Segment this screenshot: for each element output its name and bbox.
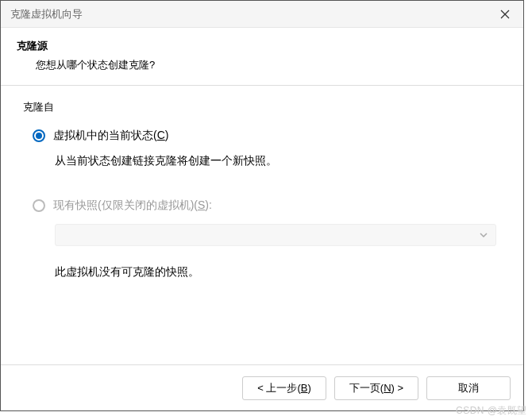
chevron-down-icon <box>480 233 488 237</box>
cancel-button[interactable]: 取消 <box>426 376 511 400</box>
titlebar: 克隆虚拟机向导 <box>1 1 523 28</box>
snapshot-select <box>55 224 496 246</box>
radio-existing-snapshot: 现有快照(仅限关闭的虚拟机)(S): <box>23 198 501 213</box>
back-button[interactable]: < 上一步(B) <box>242 376 326 400</box>
close-button[interactable] <box>487 1 523 28</box>
header-title: 克隆源 <box>17 39 507 53</box>
window-title: 克隆虚拟机向导 <box>10 7 83 21</box>
group-label: 克隆自 <box>23 100 501 114</box>
radio-current-state[interactable]: 虚拟机中的当前状态(C) <box>23 129 501 143</box>
radio-snapshot-label: 现有快照(仅限关闭的虚拟机)(S): <box>53 198 212 213</box>
radio-indicator-selected <box>33 129 45 142</box>
next-button[interactable]: 下一页(N) > <box>334 376 418 400</box>
content-area: 克隆自 虚拟机中的当前状态(C) 从当前状态创建链接克隆将创建一个新快照。 现有… <box>1 86 523 364</box>
watermark: CSDN @袁既望 <box>456 404 527 418</box>
snapshot-hint: 此虚拟机没有可克隆的快照。 <box>23 265 501 279</box>
footer: < 上一步(B) 下一页(N) > 取消 <box>1 364 523 410</box>
header-subtitle: 您想从哪个状态创建克隆? <box>17 58 507 72</box>
radio-indicator-unselected <box>33 199 45 212</box>
radio-current-label: 虚拟机中的当前状态(C) <box>53 129 168 143</box>
header-section: 克隆源 您想从哪个状态创建克隆? <box>1 28 523 85</box>
close-icon <box>500 10 510 19</box>
current-state-hint: 从当前状态创建链接克隆将创建一个新快照。 <box>23 154 501 168</box>
clone-wizard-dialog: 克隆虚拟机向导 克隆源 您想从哪个状态创建克隆? 克隆自 虚拟机中的当前状态(C… <box>0 0 524 411</box>
